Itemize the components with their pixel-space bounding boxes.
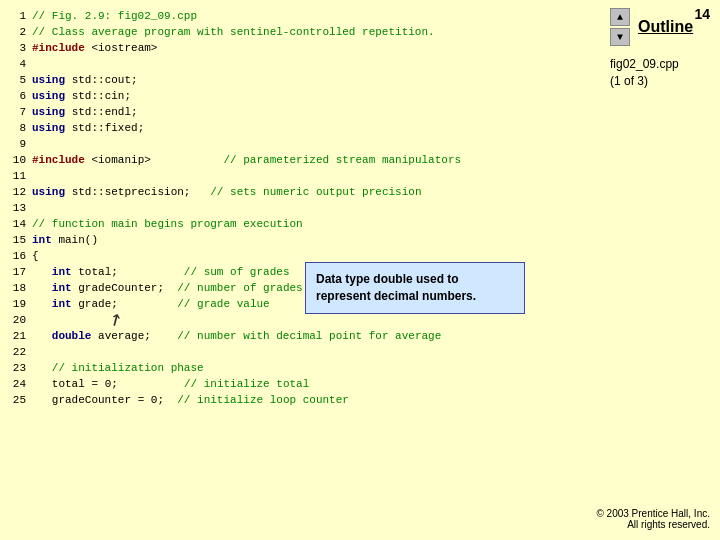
line-number: 23 — [10, 360, 32, 376]
line-number: 10 — [10, 152, 32, 168]
code-line: 20 — [10, 312, 590, 328]
line-number: 24 — [10, 376, 32, 392]
code-line: 13 — [10, 200, 590, 216]
line-number: 2 — [10, 24, 32, 40]
line-code: // Class average program with sentinel-c… — [32, 24, 590, 40]
line-code — [32, 136, 590, 152]
line-code: using std::cin; — [32, 88, 590, 104]
code-line: 22 — [10, 344, 590, 360]
copyright: © 2003 Prentice Hall, Inc.All rights res… — [596, 508, 710, 530]
nav-arrows: ▲ ▼ — [610, 8, 630, 46]
code-line: 11 — [10, 168, 590, 184]
line-code: using std::fixed; — [32, 120, 590, 136]
line-number: 6 — [10, 88, 32, 104]
line-number: 9 — [10, 136, 32, 152]
next-arrow-button[interactable]: ▼ — [610, 28, 630, 46]
code-line: 1// Fig. 2.9: fig02_09.cpp — [10, 8, 590, 24]
code-line: 24 total = 0; // initialize total — [10, 376, 590, 392]
line-number: 7 — [10, 104, 32, 120]
code-line: 7using std::endl; — [10, 104, 590, 120]
code-line: 25 gradeCounter = 0; // initialize loop … — [10, 392, 590, 408]
code-line: 3#include <iostream> — [10, 40, 590, 56]
line-code: using std::setprecision; // sets numeric… — [32, 184, 590, 200]
code-line: 14// function main begins program execut… — [10, 216, 590, 232]
code-line: 10#include <iomanip> // parameterized st… — [10, 152, 590, 168]
line-number: 8 — [10, 120, 32, 136]
line-code: using std::cout; — [32, 72, 590, 88]
line-code: // function main begins program executio… — [32, 216, 590, 232]
line-number: 1 — [10, 8, 32, 24]
sidebar: ▲ ▼ Outline fig02_09.cpp (1 of 3) — [600, 0, 720, 540]
outline-label[interactable]: Outline — [638, 18, 693, 36]
code-line: 6using std::cin; — [10, 88, 590, 104]
main-container: 1// Fig. 2.9: fig02_09.cpp2// Class aver… — [0, 0, 720, 540]
line-number: 11 — [10, 168, 32, 184]
code-line: 21 double average; // number with decima… — [10, 328, 590, 344]
outline-area: ▲ ▼ Outline — [610, 8, 693, 46]
line-code: using std::endl; — [32, 104, 590, 120]
line-code: #include <iostream> — [32, 40, 590, 56]
line-number: 18 — [10, 280, 32, 296]
line-number: 17 — [10, 264, 32, 280]
code-line: 23 // initialization phase — [10, 360, 590, 376]
line-number: 25 — [10, 392, 32, 408]
line-code: // initialization phase — [32, 360, 590, 376]
slide-info-line1: fig02_09.cpp — [610, 56, 679, 73]
line-code: gradeCounter = 0; // initialize loop cou… — [32, 392, 590, 408]
code-line: 5using std::cout; — [10, 72, 590, 88]
line-number: 15 — [10, 232, 32, 248]
line-number: 4 — [10, 56, 32, 72]
code-line: 4 — [10, 56, 590, 72]
line-number: 22 — [10, 344, 32, 360]
slide-info-line2: (1 of 3) — [610, 73, 679, 90]
tooltip-text: Data type double used to represent decim… — [316, 272, 476, 303]
line-number: 3 — [10, 40, 32, 56]
code-line: 15int main() — [10, 232, 590, 248]
line-number: 12 — [10, 184, 32, 200]
line-number: 16 — [10, 248, 32, 264]
line-code: #include <iomanip> // parameterized stre… — [32, 152, 590, 168]
line-code: total = 0; // initialize total — [32, 376, 590, 392]
line-code: // Fig. 2.9: fig02_09.cpp — [32, 8, 590, 24]
line-number: 19 — [10, 296, 32, 312]
tooltip-box: Data type double used to represent decim… — [305, 262, 525, 314]
line-code — [32, 56, 590, 72]
line-number: 13 — [10, 200, 32, 216]
code-line: 8using std::fixed; — [10, 120, 590, 136]
code-line: 12using std::setprecision; // sets numer… — [10, 184, 590, 200]
slide-info: fig02_09.cpp (1 of 3) — [610, 56, 679, 90]
code-line: 2// Class average program with sentinel-… — [10, 24, 590, 40]
line-code — [32, 200, 590, 216]
line-code — [32, 168, 590, 184]
line-number: 21 — [10, 328, 32, 344]
slide-number: 14 — [694, 6, 710, 22]
line-number: 14 — [10, 216, 32, 232]
line-number: 5 — [10, 72, 32, 88]
line-code — [32, 344, 590, 360]
prev-arrow-button[interactable]: ▲ — [610, 8, 630, 26]
line-code: int main() — [32, 232, 590, 248]
code-area: 1// Fig. 2.9: fig02_09.cpp2// Class aver… — [0, 0, 600, 540]
line-number: 20 — [10, 312, 32, 328]
code-line: 9 — [10, 136, 590, 152]
